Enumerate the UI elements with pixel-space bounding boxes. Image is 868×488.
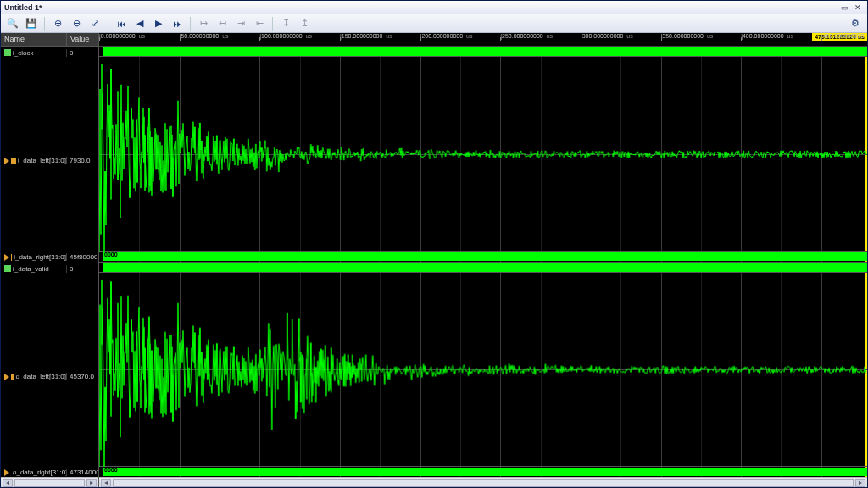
zoom-fit-icon[interactable]: ⤢ (86, 16, 103, 31)
app-window: Untitled 1* — ▭ ✕ 🔍 💾 ⊕ ⊖ ⤢ ⏮ ◀ ▶ ⏭ ↦ ↤ … (0, 0, 868, 488)
ruler-tick: |100.000000000 us (259, 33, 312, 39)
bus-value-label: 0000 (104, 252, 118, 258)
scroll-left-icon[interactable]: ◂ (3, 479, 13, 487)
wire-icon (4, 265, 11, 272)
go-end-icon[interactable]: ⏭ (169, 16, 186, 31)
ruler-tick: |250.000000000 us (500, 33, 553, 39)
settings-icon[interactable]: ⚙ (847, 16, 864, 31)
signal-name: i_data_valid (1, 265, 67, 273)
waveform-panel: 479.161283824 us |0.000000000 us|50.0000… (99, 33, 867, 487)
window-title: Untitled 1* (4, 3, 825, 12)
prev-edge-icon[interactable]: ↦ (195, 16, 212, 31)
signal-value: 7930.0 (67, 157, 98, 164)
search-icon[interactable]: 🔍 (4, 16, 21, 31)
ruler-tick: |350.000000000 us (661, 33, 714, 39)
bus-lane[interactable]: 0000 (99, 252, 867, 262)
remove-marker-icon[interactable]: ⇤ (251, 16, 268, 31)
bus-expand-icon[interactable] (4, 158, 9, 164)
signal-name: i_clock (1, 49, 67, 57)
ruler-tick: |300.000000000 us (581, 33, 633, 39)
scroll-right-icon[interactable]: ▸ (86, 479, 97, 487)
analog-canvas (99, 273, 867, 466)
signal-row[interactable]: i_clock0 (1, 47, 98, 58)
next-edge-icon[interactable]: ↤ (214, 16, 231, 31)
step-back-icon[interactable]: ◀ (131, 16, 148, 31)
signal-value: 47314000 (67, 469, 98, 476)
bus-bar (103, 252, 867, 261)
close-button[interactable]: ✕ (852, 3, 864, 13)
signal-row[interactable]: o_data_left[31:0]45370.0 (1, 371, 98, 383)
ruler-tick: |0.000000000 us (99, 33, 145, 39)
signal-panel: Name Value i_clock0i_data_left[31:0]7930… (1, 33, 99, 487)
signal-name: i_data_left[31:0] (1, 157, 67, 164)
signal-value: 0 (67, 49, 98, 57)
bus-expand-icon[interactable] (4, 469, 9, 476)
digital-lane[interactable] (99, 47, 867, 57)
signal-header: Name Value (1, 33, 98, 47)
titlebar: Untitled 1* — ▭ ✕ (1, 1, 867, 14)
signal-hscroll[interactable]: ◂ ▸ (1, 477, 98, 487)
wire-icon (4, 49, 11, 56)
signal-name: o_data_right[31:0] (1, 469, 67, 476)
signal-list[interactable]: i_clock0i_data_left[31:0]7930.0i_data_ri… (1, 47, 98, 477)
add-marker-icon[interactable]: ⇥ (232, 16, 249, 31)
step-fwd-icon[interactable]: ▶ (150, 16, 167, 31)
signal-value: 45f80000 (67, 253, 98, 261)
main-area: Name Value i_clock0i_data_left[31:0]7930… (1, 33, 867, 487)
analog-waveform[interactable] (99, 273, 867, 466)
scroll-left-icon[interactable]: ◂ (101, 479, 111, 487)
bus-lane[interactable]: 0000 (99, 467, 867, 477)
float-up-icon[interactable]: ↥ (296, 16, 313, 31)
bus-expand-icon[interactable] (4, 374, 9, 380)
float-down-icon[interactable]: ↧ (277, 16, 294, 31)
digital-high-bar (103, 263, 867, 272)
toolbar: 🔍 💾 ⊕ ⊖ ⤢ ⏮ ◀ ▶ ⏭ ↦ ↤ ⇥ ⇤ ↧ ↥ ⚙ (1, 14, 867, 33)
bus-value-label: 0000 (104, 467, 118, 473)
bus-bar (103, 468, 867, 476)
ruler-tick: |200.000000000 us (420, 33, 473, 39)
signal-value: 0 (67, 265, 98, 273)
wave-hscroll[interactable]: ◂ ▸ (99, 477, 867, 487)
signal-row[interactable]: o_data_right[31:0]47314000 (1, 467, 98, 479)
bus-icon (11, 374, 14, 380)
signal-row[interactable]: i_data_valid0 (1, 263, 98, 274)
scroll-track[interactable] (14, 479, 85, 487)
signal-name: o_data_left[31:0] (1, 373, 67, 380)
signal-row[interactable]: i_data_right[31:0]45f80000 (1, 252, 98, 263)
scroll-track[interactable] (113, 479, 854, 487)
col-value: Value (67, 33, 98, 46)
save-icon[interactable]: 💾 (23, 16, 40, 31)
zoom-in-icon[interactable]: ⊕ (49, 16, 66, 31)
bus-icon (11, 254, 12, 261)
digital-lane[interactable] (99, 263, 867, 273)
time-ruler[interactable]: 479.161283824 us |0.000000000 us|50.0000… (99, 33, 867, 47)
digital-high-bar (103, 47, 867, 56)
col-name: Name (1, 33, 67, 46)
maximize-button[interactable]: ▭ (838, 3, 850, 13)
scroll-right-icon[interactable]: ▸ (855, 479, 865, 487)
signal-row[interactable]: i_data_left[31:0]7930.0 (1, 155, 98, 167)
analog-waveform[interactable] (99, 57, 867, 252)
signal-name: i_data_right[31:0] (1, 253, 67, 261)
ruler-tick: |450.000000000 us (821, 33, 867, 39)
minimize-button[interactable]: — (825, 3, 837, 13)
ruler-tick: |150.000000000 us (340, 33, 392, 39)
waveform-area[interactable]: 00000000 (99, 47, 867, 477)
ruler-tick: |50.000000000 us (180, 33, 229, 39)
zoom-out-icon[interactable]: ⊖ (68, 16, 85, 31)
analog-canvas (99, 57, 867, 252)
bus-icon (11, 158, 16, 164)
signal-value: 45370.0 (67, 373, 98, 380)
ruler-tick: |400.000000000 us (741, 33, 793, 39)
bus-expand-icon[interactable] (4, 254, 9, 261)
go-start-icon[interactable]: ⏮ (113, 16, 130, 31)
